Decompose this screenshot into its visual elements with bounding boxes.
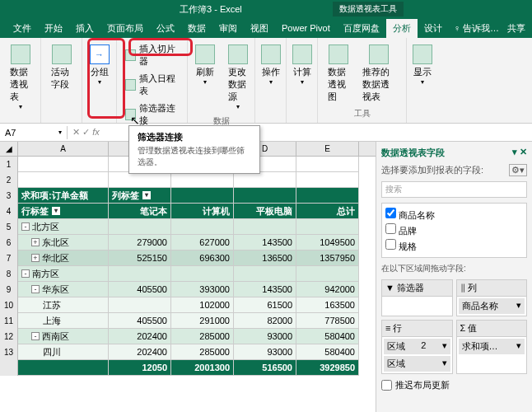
pivot-cell[interactable]: 580400 — [296, 329, 359, 344]
tab-layout[interactable]: 页面布局 — [100, 19, 150, 38]
row-header[interactable]: 12 — [0, 329, 18, 344]
share-button[interactable]: 共享 — [507, 22, 525, 35]
pivot-cell[interactable]: 285000 — [171, 344, 234, 360]
defer-checkbox[interactable] — [381, 380, 392, 391]
group-button[interactable]: →分组▾ — [85, 41, 114, 89]
row-header[interactable]: 11 — [0, 313, 18, 329]
field-item-checkbox[interactable] — [385, 223, 396, 234]
drag-msg: 在以下区域间拖动字段: — [381, 263, 527, 274]
pane-close-icon[interactable]: ▾ ✕ — [512, 147, 527, 159]
pivot-row-label[interactable]: 行标签▾ — [18, 204, 109, 219]
filter-area[interactable]: ▼ 筛选器 — [381, 279, 453, 316]
row-header[interactable]: 6 — [0, 235, 18, 250]
cols-area[interactable]: ‖ 列商品名称▾ — [456, 279, 528, 316]
worksheet[interactable]: ◢ A B C D E 123求和项:订单金额列标签▾4行标签▾笔记本计算机平板… — [0, 142, 376, 412]
pivot-cell[interactable]: 405500 — [109, 282, 171, 297]
pivot-col-label[interactable]: 列标签▾ — [109, 188, 171, 204]
pivot-row-item[interactable]: -南方区 — [18, 266, 109, 282]
active-field-button[interactable]: 活动字段 — [46, 41, 77, 94]
pivot-cell[interactable]: 1357950 — [296, 250, 359, 266]
row-header[interactable]: 3 — [0, 188, 18, 204]
tooltip: 筛选器连接 管理数据透视表连接到哪些筛选器。 — [128, 125, 260, 174]
pivot-cell[interactable]: 102000 — [171, 297, 234, 313]
pivot-cell[interactable]: 580400 — [296, 344, 359, 360]
fx-icon[interactable]: ✕ ✓ fx — [68, 127, 105, 138]
row-header[interactable] — [0, 360, 18, 376]
pivot-cell[interactable]: 778500 — [296, 313, 359, 329]
pivot-cell[interactable] — [109, 297, 171, 313]
pivot-cell[interactable]: 143500 — [234, 235, 296, 250]
pivot-row-item[interactable]: +东北区 — [18, 235, 109, 250]
col-A[interactable]: A — [18, 142, 109, 156]
recommend-pivot-button[interactable]: 推荐的数据透视表 — [357, 41, 401, 106]
row-header[interactable]: 2 — [0, 172, 18, 188]
pivot-row-item[interactable]: -西南区 — [18, 329, 109, 344]
operations-button[interactable]: 操作▾ — [256, 41, 286, 89]
gear-icon[interactable]: ⚙▾ — [509, 164, 527, 176]
tab-design[interactable]: 设计 — [418, 19, 449, 38]
field-item-checkbox[interactable] — [385, 239, 396, 250]
rows-area[interactable]: ≡ 行区域2▾区域▾ — [381, 320, 453, 374]
pivot-cell[interactable]: 627000 — [171, 235, 234, 250]
tab-formula[interactable]: 公式 — [150, 19, 181, 38]
pivot-cell[interactable]: 163500 — [296, 297, 359, 313]
tab-powerpivot[interactable]: Power Pivot — [275, 20, 337, 36]
insert-timeline-button[interactable]: 插入日程表 — [122, 71, 182, 99]
pivot-cell[interactable]: 393000 — [171, 282, 234, 297]
calc-button[interactable]: 计算▾ — [287, 41, 317, 89]
refresh-button[interactable]: 刷新▾ — [190, 41, 220, 89]
pivot-cell[interactable]: 525150 — [109, 250, 171, 266]
pivot-cell[interactable]: 405500 — [109, 313, 171, 329]
row-header[interactable]: 5 — [0, 219, 18, 235]
pivot-cell[interactable]: 285000 — [171, 329, 234, 344]
row-header[interactable]: 13 — [0, 344, 18, 360]
pivot-table-button[interactable]: 数据透视表▾ — [5, 41, 35, 114]
pivot-chart-button[interactable]: 数据透视图 — [323, 41, 354, 106]
pivot-cell[interactable]: 93000 — [234, 344, 296, 360]
pivot-cell[interactable]: 1049500 — [296, 235, 359, 250]
field-list[interactable]: 商品名称 品牌 规格 — [381, 203, 527, 258]
pivot-row-item[interactable]: +华北区 — [18, 250, 109, 266]
pivot-cell[interactable]: 279000 — [109, 235, 171, 250]
pivot-row-item[interactable]: -华东区 — [18, 282, 109, 297]
row-header[interactable]: 4 — [0, 204, 18, 219]
tab-baidu[interactable]: 百度网盘 — [337, 19, 386, 38]
pivot-cell[interactable]: 61500 — [234, 297, 296, 313]
tab-review[interactable]: 审阅 — [212, 19, 244, 38]
insert-slicer-button[interactable]: 插入切片器 — [122, 41, 182, 69]
tab-insert[interactable]: 插入 — [69, 19, 100, 38]
pivot-row-item[interactable]: 四川 — [18, 344, 109, 360]
pivot-cell[interactable]: 82000 — [234, 313, 296, 329]
select-all[interactable]: ◢ — [0, 142, 18, 156]
tab-data[interactable]: 数据 — [181, 19, 212, 38]
col-E[interactable]: E — [296, 142, 359, 156]
tell-me[interactable]: ♀ 告诉我… — [454, 22, 499, 35]
tab-home[interactable]: 开始 — [38, 19, 69, 38]
field-item-checkbox[interactable] — [385, 208, 396, 218]
row-header[interactable]: 1 — [0, 157, 18, 172]
row-header[interactable]: 9 — [0, 282, 18, 297]
row-header[interactable]: 10 — [0, 297, 18, 313]
row-header[interactable]: 7 — [0, 250, 18, 266]
tab-file[interactable]: 文件 — [7, 19, 38, 38]
name-box[interactable]: A7▾ — [0, 126, 68, 139]
pivot-sum-label[interactable]: 求和项:订单金额 — [18, 188, 109, 204]
pivot-cell[interactable]: 696300 — [171, 250, 234, 266]
pivot-cell[interactable]: 291000 — [171, 313, 234, 329]
pivot-cell[interactable]: 202400 — [109, 329, 171, 344]
pivot-cell[interactable]: 942000 — [296, 282, 359, 297]
field-search[interactable]: 搜索 — [381, 181, 527, 198]
tab-view[interactable]: 视图 — [244, 19, 275, 38]
change-source-button[interactable]: 更改数据源▾ — [223, 41, 253, 114]
pivot-row-item[interactable]: 江苏 — [18, 297, 109, 313]
pivot-cell[interactable]: 93000 — [234, 329, 296, 344]
row-header[interactable]: 8 — [0, 266, 18, 282]
show-button[interactable]: 显示▾ — [408, 41, 437, 89]
pivot-cell[interactable]: 202400 — [109, 344, 171, 360]
pivot-cell[interactable]: 136500 — [234, 250, 296, 266]
tab-analyze[interactable]: 分析 — [386, 19, 418, 38]
pivot-row-item[interactable]: 上海 — [18, 313, 109, 329]
pivot-row-item[interactable]: -北方区 — [18, 219, 109, 235]
pivot-cell[interactable]: 143500 — [234, 282, 296, 297]
vals-area[interactable]: Σ 值求和项…▾ — [456, 320, 528, 374]
